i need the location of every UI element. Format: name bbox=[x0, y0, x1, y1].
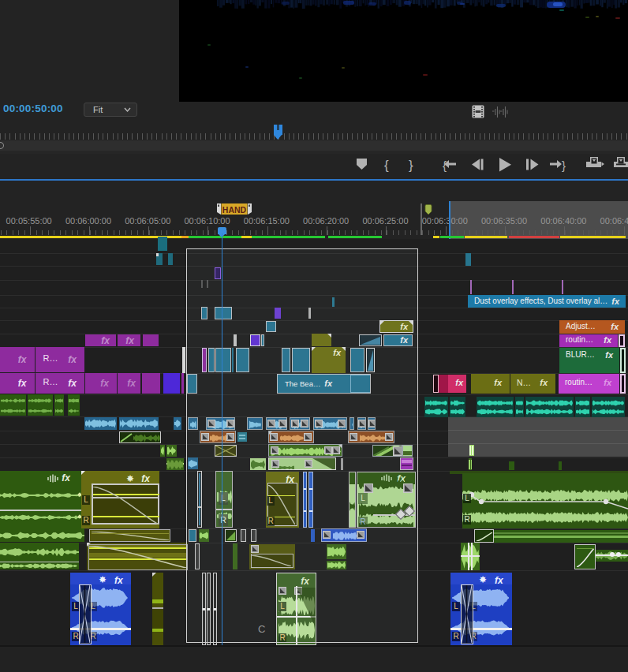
svg-text:}: } bbox=[409, 158, 413, 173]
svg-text:}: } bbox=[562, 159, 566, 172]
svg-text:HAND: HAND bbox=[222, 205, 247, 215]
svg-text:{: { bbox=[384, 158, 389, 173]
